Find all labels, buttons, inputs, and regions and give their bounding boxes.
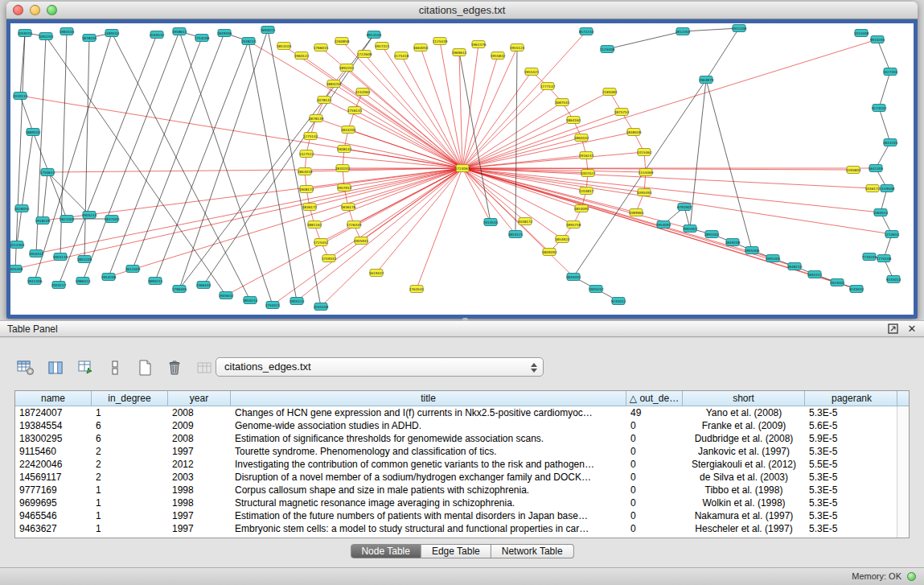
graph-node[interactable]: 1724067 [455, 165, 470, 172]
graph-node[interactable]: 1955421 [524, 68, 540, 76]
graph-node[interactable]: 1892201 [339, 64, 355, 72]
graph-node[interactable]: 7730205 [862, 253, 877, 261]
graph-node[interactable]: 1154469 [639, 169, 654, 176]
table-cell[interactable]: 5.9E-5 [805, 432, 898, 445]
graph-node[interactable]: 1763541 [409, 286, 425, 293]
tab-network-table[interactable]: Network Table [491, 544, 574, 558]
table-cell[interactable]: 5.3E-5 [805, 484, 898, 496]
table-cell[interactable]: 19384554 [15, 419, 92, 432]
graph-node[interactable]: 1969612 [452, 49, 467, 56]
table-vertical-scrollbar[interactable] [897, 406, 909, 538]
graph-node[interactable]: 1725452 [314, 239, 329, 246]
graph-node[interactable]: 1889102 [26, 129, 41, 136]
table-row[interactable]: 2242004622012Investigating the contribut… [15, 458, 909, 471]
graph-node[interactable]: 1046172 [865, 185, 881, 192]
graph-node[interactable]: 1905214 [82, 212, 97, 219]
graph-node[interactable]: 1860442 [574, 134, 589, 142]
table-cell[interactable]: 2 [92, 471, 168, 484]
table-cell[interactable]: 2012 [168, 458, 231, 471]
import-table-icon[interactable] [195, 358, 214, 377]
create-column-icon[interactable] [76, 358, 95, 377]
graph-node[interactable]: 1750613 [40, 169, 55, 176]
graph-node[interactable]: 1692411 [807, 271, 823, 278]
graph-node[interactable]: 1931208 [732, 25, 747, 32]
table-cell[interactable]: 5.3E-5 [805, 522, 898, 535]
table-cell[interactable]: Tourette syndrome. Phenomenology and cla… [231, 445, 626, 458]
table-cell[interactable]: 9463627 [15, 522, 92, 535]
graph-node[interactable]: 9910205 [870, 36, 885, 43]
graph-node[interactable]: 1878139 [309, 115, 324, 122]
table-cell[interactable]: 1 [92, 484, 168, 496]
table-row[interactable]: 1830029562008Estimation of significance … [15, 432, 909, 445]
graph-node[interactable]: 1895758 [566, 221, 581, 229]
graph-node[interactable]: 1427512 [299, 150, 314, 158]
graph-node[interactable]: 1754208 [195, 35, 210, 42]
graph-node[interactable]: 1854093 [574, 205, 589, 212]
graph-node[interactable]: 1884204 [326, 80, 342, 88]
table-cell[interactable]: Genome-wide association studies in ADHD. [231, 419, 626, 432]
graph-node[interactable]: 2366103 [196, 282, 211, 289]
table-cell[interactable]: 2 [92, 445, 168, 458]
graph-node[interactable]: 1854923 [555, 236, 570, 243]
table-cell[interactable]: 0 [626, 458, 683, 471]
graph-node[interactable]: 1918209 [35, 217, 51, 225]
graph-node[interactable]: 2612409 [125, 266, 141, 273]
graph-node[interactable]: 1954093 [656, 221, 671, 229]
graph-node[interactable]: 2812304 [676, 28, 691, 35]
graph-node[interactable]: 1950312 [29, 250, 44, 257]
close-window-button[interactable] [13, 5, 23, 15]
graph-node[interactable]: 1850214 [243, 297, 258, 304]
graph-node[interactable]: 1841306 [27, 278, 43, 285]
graph-node[interactable]: 1875753 [614, 109, 630, 116]
graph-node[interactable]: 6791907 [677, 204, 692, 211]
column-header-2[interactable]: year [168, 391, 231, 406]
graph-node[interactable]: 8913104 [367, 31, 382, 39]
table-row[interactable]: 977716911998Corpus callosum shape and si… [15, 484, 909, 496]
close-panel-icon[interactable]: ✕ [906, 323, 918, 335]
graph-node[interactable]: 2030110 [13, 93, 28, 100]
new-table-icon[interactable] [135, 358, 154, 377]
graph-node[interactable]: 1125408 [600, 46, 615, 53]
graph-node[interactable]: 9245032 [849, 286, 864, 293]
graph-node[interactable]: 9245012 [611, 298, 626, 305]
graph-node[interactable]: 2004117 [51, 282, 67, 289]
table-row[interactable]: 1938455462009Genome-wide association stu… [15, 419, 909, 432]
column-header-3[interactable]: title [231, 391, 626, 406]
table-source-dropdown[interactable]: citations_edges.txt [216, 357, 544, 377]
graph-node[interactable]: 1958613 [172, 28, 187, 35]
table-cell[interactable]: 9777169 [15, 484, 92, 496]
graph-node[interactable]: 1938210 [241, 38, 257, 45]
table-cell[interactable]: 1998 [168, 484, 231, 496]
graph-node[interactable]: 2078141 [317, 97, 332, 104]
graph-node[interactable]: 1891503 [704, 231, 720, 238]
graph-node[interactable]: 1821305 [60, 216, 75, 223]
graph-node[interactable]: 1849306 [217, 30, 232, 37]
column-header-5[interactable]: short [683, 391, 805, 406]
graph-node[interactable]: 1863018 [298, 168, 313, 175]
show-columns-icon[interactable] [46, 358, 65, 377]
graph-node[interactable]: 1210654 [885, 231, 900, 238]
table-cell[interactable]: Structural magnetic resonance image aver… [231, 496, 626, 509]
graph-node[interactable]: 1796305 [172, 286, 187, 293]
graph-node[interactable]: 1836171 [302, 204, 318, 211]
graph-node[interactable]: 1960122 [294, 52, 310, 60]
graph-node[interactable]: 1015408 [854, 30, 869, 37]
splitter-handle[interactable] [462, 318, 468, 321]
graph-node[interactable]: 1916247 [579, 152, 594, 159]
table-cell[interactable]: Investigating the contribution of common… [231, 458, 626, 471]
graph-node[interactable]: 1759341 [322, 255, 337, 262]
graph-node[interactable]: 1489103 [105, 30, 120, 37]
graph-node[interactable]: 1770108 [877, 255, 892, 262]
table-cell[interactable]: 5.6E-5 [805, 419, 898, 432]
graph-node[interactable]: 1914545 [483, 219, 499, 226]
window-titlebar[interactable]: citations_edges.txt [6, 2, 918, 19]
table-row[interactable]: 969969511998Structural magnetic resonanc… [15, 496, 909, 509]
column-header-0[interactable]: name [15, 391, 92, 406]
table-cell[interactable]: 2008 [168, 406, 231, 419]
graph-node[interactable]: 2204817 [579, 187, 594, 195]
graph-node[interactable]: 1905941 [354, 237, 369, 245]
table-cell[interactable]: 9465546 [15, 509, 92, 522]
table-mode-icon[interactable] [16, 358, 35, 377]
graph-node[interactable]: 1159508 [880, 185, 895, 192]
graph-node[interactable]: 1830202 [335, 165, 351, 172]
